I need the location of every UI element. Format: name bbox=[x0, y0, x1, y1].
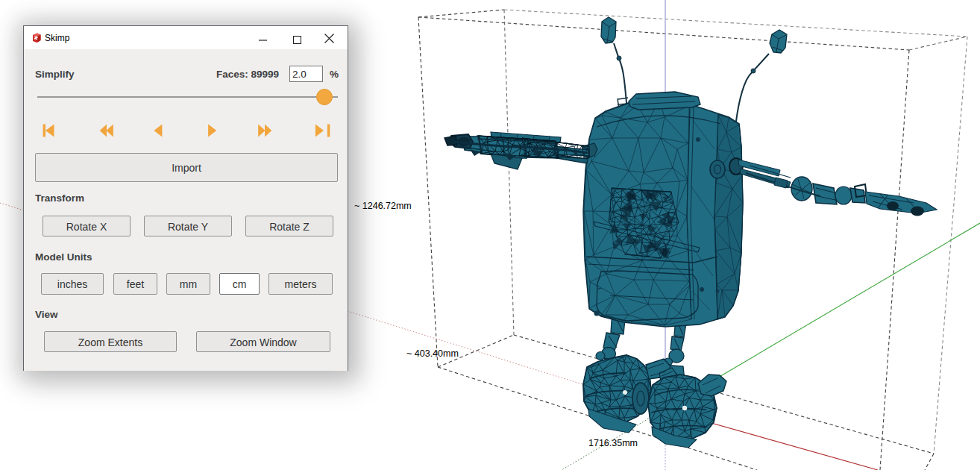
svg-text:~ 1246.72mm: ~ 1246.72mm bbox=[354, 201, 412, 211]
svg-text:~ 403.40mm: ~ 403.40mm bbox=[406, 348, 459, 359]
svg-text:1716.35mm: 1716.35mm bbox=[588, 438, 638, 448]
